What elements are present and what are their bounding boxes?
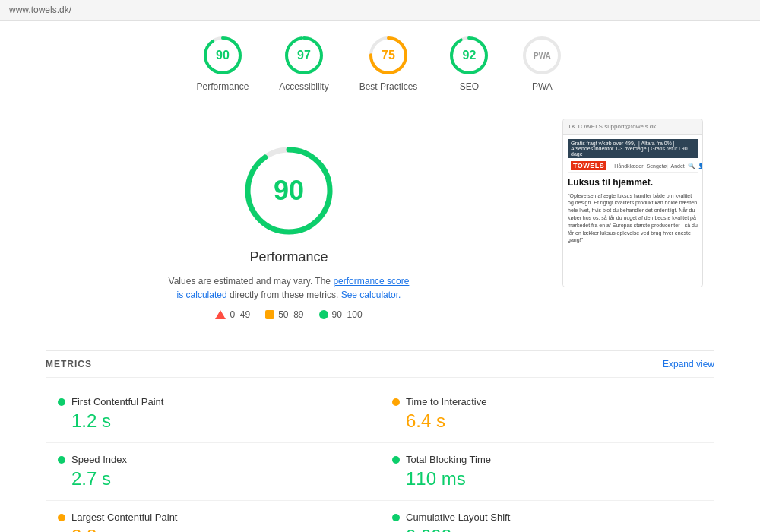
score-item-pwa[interactable]: PWA PWA (521, 34, 563, 92)
expand-view-button[interactable]: Expand view (663, 359, 714, 369)
score-label-seo: SEO (460, 81, 479, 92)
metric-lcp: Largest Contentful Paint 2.8 s (46, 501, 380, 532)
preview-bar: TK TOWELS support@towels.dk (563, 119, 702, 135)
metric-fcp-value: 1.2 s (58, 410, 368, 432)
preview-hero-title: Luksus til hjemmet. (568, 177, 698, 189)
metric-tbt-value: 110 ms (392, 468, 702, 489)
screenshot-preview: TK TOWELS support@towels.dk Gratis fragt… (562, 119, 703, 287)
legend-green-label: 90–100 (332, 309, 363, 320)
right-panel: TK TOWELS support@towels.dk Gratis fragt… (562, 119, 714, 335)
preview-logo: TOWELS (571, 161, 606, 170)
preview-nav-icons: 🔍 👤 🔔 🛒 ☰ (688, 163, 702, 169)
legend-item-green: 90–100 (319, 309, 363, 320)
metric-cls-dot (392, 514, 400, 521)
score-label-performance: Performance (197, 81, 249, 92)
score-value-performance: 90 (216, 49, 230, 62)
url-display: www.towels.dk/ (9, 5, 71, 15)
metric-tbt: Total Blocking Time 110 ms (380, 443, 714, 501)
score-value-best-practices: 75 (382, 49, 395, 62)
score-label-best-practices: Best Practices (359, 81, 418, 92)
left-panel: 90 Performance Values are estimated and … (46, 119, 532, 335)
metric-tti-name-row: Time to Interactive (392, 396, 702, 407)
main-content: 90 Performance Values are estimated and … (0, 103, 760, 350)
big-score-circle: 90 (239, 141, 338, 240)
score-circle-accessibility: 97 (283, 34, 325, 77)
metric-si: Speed Index 2.7 s (46, 443, 380, 501)
preview-content: Gratis fragt v/køb over 499,- | Altara f… (563, 135, 702, 287)
score-circle-best-practices: 75 (367, 34, 410, 77)
metrics-title: METRICS (46, 359, 92, 369)
metrics-grid: First Contentful Paint 1.2 s Time to Int… (46, 385, 714, 532)
metric-si-dot (58, 456, 65, 464)
metric-fcp: First Contentful Paint 1.2 s (46, 385, 380, 443)
legend-item-orange: 50–89 (265, 309, 303, 320)
score-circle-performance: 90 (201, 34, 244, 77)
metric-cls-label: Cumulative Layout Shift (406, 511, 510, 523)
score-item-seo[interactable]: 92 SEO (448, 34, 490, 92)
browser-bar: www.towels.dk/ (0, 0, 760, 21)
metric-fcp-dot (58, 398, 65, 406)
metric-lcp-label: Largest Contentful Paint (71, 511, 177, 523)
score-item-best-practices[interactable]: 75 Best Practices (359, 34, 418, 92)
metrics-header: METRICS Expand view (46, 351, 714, 378)
metric-tbt-dot (392, 456, 400, 464)
preview-bar-text: TK TOWELS support@towels.dk (568, 123, 656, 130)
score-description: Values are estimated and may vary. The p… (167, 274, 410, 302)
legend-red-icon (215, 310, 226, 319)
legend-orange-label: 50–89 (278, 309, 303, 320)
desc-text-2: directly from these metrics. (230, 290, 338, 300)
metric-tbt-name-row: Total Blocking Time (392, 454, 702, 465)
metric-lcp-dot (58, 514, 65, 521)
metric-si-label: Speed Index (71, 454, 127, 465)
metric-lcp-name-row: Largest Contentful Paint (58, 511, 368, 523)
metric-fcp-label: First Contentful Paint (71, 396, 163, 407)
score-circle-pwa: PWA (521, 34, 563, 77)
legend-orange-icon (265, 310, 274, 319)
preview-body-text: "Oplevelsen af ægte luksus handler både … (568, 192, 698, 245)
preview-nav: TOWELS Håndklæder Sengetøj Andet 🔍 👤 🔔 🛒… (568, 160, 698, 173)
big-score-value: 90 (274, 175, 304, 207)
big-score-section: 90 Performance Values are estimated and … (46, 119, 532, 335)
metric-tti: Time to Interactive 6.4 s (380, 385, 714, 443)
metric-cls-value: 0.008 (392, 526, 702, 532)
scores-bar: 90 Performance 97 Accessibility 75 Best … (0, 21, 760, 103)
score-value-pwa: PWA (534, 52, 551, 60)
score-legend: 0–49 50–89 90–100 (215, 309, 362, 320)
metrics-section: METRICS Expand view First Contentful Pai… (0, 351, 760, 532)
metric-si-name-row: Speed Index (58, 454, 368, 465)
score-value-accessibility: 97 (297, 49, 311, 62)
legend-red-label: 0–49 (230, 309, 250, 320)
legend-item-red: 0–49 (215, 309, 250, 320)
score-label-accessibility: Accessibility (279, 81, 328, 92)
score-item-accessibility[interactable]: 97 Accessibility (279, 34, 328, 92)
legend-green-icon (319, 310, 328, 319)
metric-cls: Cumulative Layout Shift 0.008 (380, 501, 714, 532)
metric-tti-dot (392, 398, 400, 406)
score-item-performance[interactable]: 90 Performance (197, 34, 249, 92)
score-circle-seo: 92 (448, 34, 490, 77)
metric-tti-value: 6.4 s (392, 410, 702, 432)
metric-fcp-name-row: First Contentful Paint (58, 396, 368, 407)
metric-si-value: 2.7 s (58, 468, 368, 489)
score-value-seo: 92 (462, 49, 476, 62)
metric-tbt-label: Total Blocking Time (406, 454, 491, 465)
preview-top-notice: Gratis fragt v/køb over 499,- | Altara f… (568, 139, 698, 158)
metric-tti-label: Time to Interactive (406, 396, 486, 407)
score-label-pwa: PWA (532, 81, 553, 92)
big-score-label: Performance (249, 249, 328, 265)
metric-cls-name-row: Cumulative Layout Shift (392, 511, 702, 523)
metric-lcp-value: 2.8 s (58, 526, 368, 532)
calculator-link[interactable]: See calculator. (341, 290, 401, 300)
